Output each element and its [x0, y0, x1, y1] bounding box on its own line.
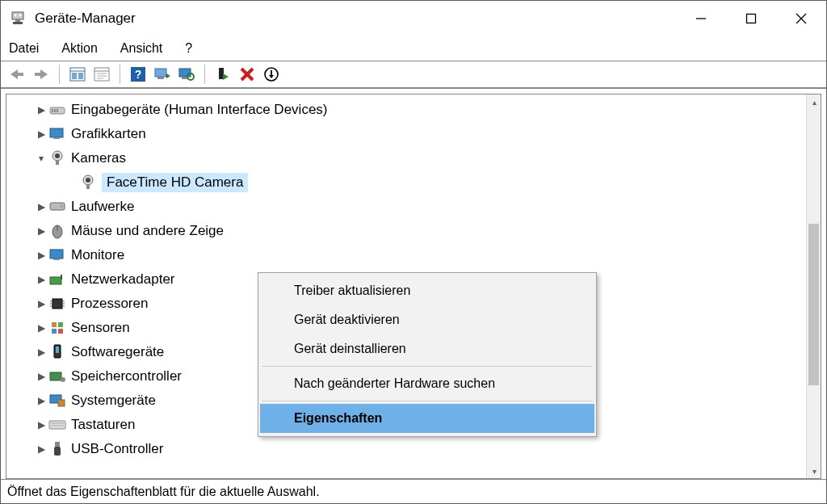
- software-device-icon: [48, 344, 66, 360]
- svg-rect-16: [78, 73, 83, 79]
- svg-rect-2: [13, 22, 23, 24]
- tree-item-label: Sensoren: [71, 320, 130, 336]
- menu-file[interactable]: Datei: [9, 41, 39, 56]
- mouse-icon: [48, 223, 66, 239]
- tree-item-label: Systemgeräte: [71, 393, 156, 409]
- svg-text:?: ?: [135, 68, 142, 81]
- svg-rect-17: [94, 68, 109, 81]
- scan-hardware-button[interactable]: [153, 65, 172, 84]
- svg-rect-12: [35, 73, 40, 76]
- svg-rect-38: [54, 109, 56, 112]
- tree-item-cameras[interactable]: ▾ Kameras: [6, 146, 806, 170]
- scroll-down-arrow-icon[interactable]: ▾: [807, 464, 821, 478]
- disable-device-button[interactable]: [262, 65, 281, 84]
- app-icon: [9, 10, 27, 27]
- svg-rect-48: [50, 203, 65, 210]
- svg-point-43: [55, 153, 60, 158]
- svg-point-46: [86, 178, 90, 183]
- context-menu-disable-device[interactable]: Gerät deaktivieren: [260, 305, 594, 334]
- svg-rect-54: [50, 277, 61, 284]
- expand-arrow-icon[interactable]: ▶: [34, 443, 48, 455]
- svg-rect-39: [57, 109, 58, 112]
- svg-rect-77: [54, 447, 61, 456]
- update-driver-button[interactable]: [177, 65, 196, 84]
- tree-item-monitors[interactable]: ▶ Monitore: [6, 243, 806, 267]
- back-button[interactable]: [7, 65, 27, 84]
- expand-arrow-icon[interactable]: ▶: [34, 128, 48, 140]
- expand-arrow-icon[interactable]: ▶: [34, 250, 48, 261]
- sensor-icon: [48, 321, 66, 335]
- vertical-scrollbar[interactable]: ▴ ▾: [806, 94, 821, 478]
- expand-arrow-icon[interactable]: ▶: [34, 419, 48, 430]
- context-menu: Treiber aktualisieren Gerät deaktivieren…: [258, 272, 597, 437]
- minimize-button[interactable]: [676, 1, 726, 36]
- svg-rect-1: [15, 19, 20, 22]
- expand-arrow-icon[interactable]: ▶: [34, 371, 48, 382]
- help-button[interactable]: ?: [128, 65, 148, 84]
- menu-help[interactable]: ?: [185, 41, 192, 56]
- svg-point-70: [61, 377, 65, 382]
- tree-item-display-adapters[interactable]: ▶ Grafikkarten: [6, 122, 806, 146]
- svg-marker-9: [10, 69, 18, 79]
- context-menu-update-driver[interactable]: Treiber aktualisieren: [260, 276, 594, 305]
- tree-item-label: Netzwerkadapter: [71, 271, 175, 288]
- context-menu-properties[interactable]: Eigenschaften: [260, 404, 594, 433]
- svg-rect-52: [50, 250, 63, 258]
- scroll-up-arrow-icon[interactable]: ▴: [807, 94, 821, 109]
- tree-item-disk-drives[interactable]: ▶ Laufwerke: [6, 195, 806, 219]
- expand-arrow-icon[interactable]: ▶: [34, 201, 48, 212]
- svg-rect-24: [155, 69, 166, 77]
- tree-item-label: Eingabegeräte (Human Interface Devices): [71, 102, 328, 118]
- forward-button[interactable]: [31, 65, 51, 84]
- tree-item-label: USB-Controller: [71, 441, 163, 457]
- camera-icon: [48, 150, 66, 166]
- svg-rect-10: [18, 73, 23, 76]
- expand-arrow-icon[interactable]: ▶: [34, 225, 48, 237]
- svg-rect-40: [50, 128, 63, 137]
- tree-item-label: Speichercontroller: [71, 368, 182, 384]
- show-hide-console-tree-button[interactable]: [68, 65, 87, 84]
- processor-icon: [48, 296, 66, 311]
- expand-arrow-icon[interactable]: ▶: [34, 322, 48, 334]
- separator: [120, 65, 120, 84]
- scrollbar-thumb[interactable]: [808, 224, 819, 385]
- svg-rect-53: [53, 258, 60, 260]
- svg-marker-35: [269, 70, 274, 78]
- menu-view[interactable]: Ansicht: [120, 41, 162, 56]
- svg-rect-37: [52, 109, 53, 112]
- separator: [262, 401, 593, 401]
- titlebar[interactable]: Geräte-Manager: [1, 1, 826, 36]
- enable-device-button[interactable]: [213, 65, 233, 84]
- expand-arrow-icon[interactable]: ▶: [34, 104, 48, 116]
- maximize-button[interactable]: [726, 1, 776, 36]
- close-button[interactable]: [776, 1, 826, 36]
- expand-arrow-icon[interactable]: ▶: [34, 274, 48, 285]
- window-title: Geräte-Manager: [35, 10, 676, 27]
- svg-rect-27: [179, 69, 191, 77]
- keyboard-icon: [48, 419, 66, 430]
- context-menu-scan-hardware[interactable]: Nach geänderter Hardware suchen: [260, 369, 594, 398]
- expand-arrow-icon[interactable]: ▶: [34, 298, 48, 309]
- usb-icon: [48, 441, 66, 457]
- expand-arrow-icon[interactable]: ▶: [34, 346, 48, 358]
- network-adapter-icon: [48, 273, 66, 286]
- tree-item-hid[interactable]: ▶ Eingabegeräte (Human Interface Devices…: [6, 98, 806, 122]
- svg-rect-63: [52, 322, 57, 327]
- collapse-arrow-icon[interactable]: ▾: [34, 153, 48, 164]
- expand-arrow-icon[interactable]: ▶: [34, 395, 48, 406]
- tree-item-label: FaceTime HD Camera: [102, 173, 248, 192]
- uninstall-device-button[interactable]: [237, 65, 257, 84]
- tree-item-usb-controllers[interactable]: ▶ USB-Controller: [6, 437, 806, 461]
- svg-rect-68: [56, 346, 59, 353]
- monitor-icon: [48, 249, 66, 262]
- tree-item-label: Laufwerke: [71, 199, 134, 215]
- tree-item-mice[interactable]: ▶ Mäuse und andere Zeige: [6, 219, 806, 243]
- svg-rect-65: [52, 329, 57, 334]
- svg-rect-47: [86, 185, 90, 189]
- svg-point-4: [19, 15, 22, 17]
- menu-action[interactable]: Aktion: [61, 41, 97, 56]
- tree-item-label: Mäuse und andere Zeige: [71, 223, 224, 239]
- tree-item-facetime-camera[interactable]: FaceTime HD Camera: [6, 170, 806, 195]
- properties-button[interactable]: [92, 65, 111, 84]
- context-menu-uninstall-device[interactable]: Gerät deinstallieren: [260, 334, 594, 363]
